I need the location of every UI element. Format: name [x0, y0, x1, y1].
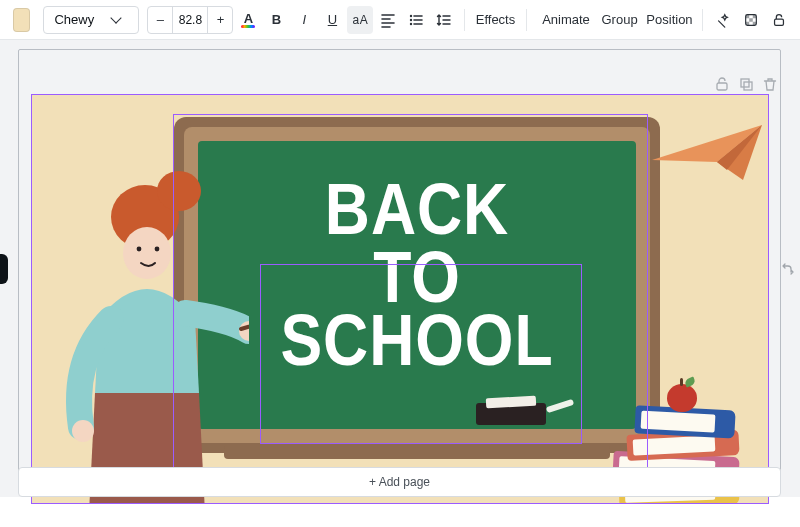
side-panel-handle[interactable] [0, 254, 8, 284]
toolbar-divider [464, 9, 465, 31]
lock-icon [771, 11, 787, 29]
magic-wand-icon [715, 11, 731, 29]
copy-style-button[interactable] [710, 6, 736, 34]
effects-button[interactable]: Effects [472, 6, 519, 34]
animate-button[interactable]: Animate [534, 6, 594, 34]
font-family-select[interactable]: Chewy [43, 6, 139, 34]
design-canvas[interactable]: BACK TO SCHOOL [31, 94, 769, 504]
font-size-increase-button[interactable]: + [208, 7, 232, 33]
apple-graphic [667, 384, 697, 412]
editor-toolbar: Chewy – 82.8 + A B I U aA Effects Animat… [0, 0, 800, 40]
eraser-graphic [476, 403, 546, 425]
list-icon [408, 12, 424, 28]
chevron-down-icon [111, 12, 122, 23]
svg-rect-18 [741, 79, 749, 87]
transparency-icon [743, 11, 759, 29]
svg-rect-19 [744, 82, 752, 90]
align-left-icon [380, 12, 396, 28]
lock-mini-icon[interactable] [714, 76, 730, 92]
transparency-button[interactable] [738, 6, 764, 34]
bold-button[interactable]: B [263, 6, 289, 34]
spacing-button[interactable] [431, 6, 457, 34]
svg-point-12 [137, 247, 142, 252]
font-size-decrease-button[interactable]: – [148, 7, 172, 33]
letter-case-button[interactable]: aA [347, 6, 373, 34]
workspace: BACK TO SCHOOL [0, 40, 800, 497]
svg-point-0 [410, 14, 412, 16]
font-size-value[interactable]: 82.8 [172, 7, 208, 33]
svg-point-2 [410, 22, 412, 24]
page-action-icons [714, 76, 778, 92]
toolbar-divider [702, 9, 703, 31]
duplicate-mini-icon[interactable] [738, 76, 754, 92]
italic-button[interactable]: I [291, 6, 317, 34]
text-align-button[interactable] [375, 6, 401, 34]
fill-color-swatch[interactable] [8, 6, 35, 34]
chalk-graphic [546, 399, 574, 413]
resize-rail-icon[interactable] [779, 260, 797, 278]
svg-point-13 [155, 247, 160, 252]
lock-button[interactable] [766, 6, 792, 34]
svg-point-15 [72, 420, 94, 442]
teacher-graphic[interactable] [39, 169, 249, 504]
svg-rect-5 [775, 19, 784, 25]
text-color-button[interactable]: A [235, 6, 261, 34]
underline-button[interactable]: U [319, 6, 345, 34]
headline-text[interactable]: BACK TO SCHOOL [269, 178, 566, 372]
group-button[interactable]: Group [597, 6, 641, 34]
delete-mini-icon[interactable] [762, 76, 778, 92]
svg-point-11 [123, 227, 171, 279]
line-spacing-icon [436, 12, 452, 28]
svg-rect-17 [717, 83, 727, 90]
color-underline-icon [241, 25, 255, 28]
list-button[interactable] [403, 6, 429, 34]
position-button[interactable]: Position [644, 6, 696, 34]
svg-point-1 [410, 18, 412, 20]
font-family-value: Chewy [54, 12, 94, 27]
toolbar-divider [526, 9, 527, 31]
add-page-button[interactable]: + Add page [18, 467, 781, 497]
font-size-stepper: – 82.8 + [147, 6, 233, 34]
svg-point-10 [157, 171, 201, 211]
